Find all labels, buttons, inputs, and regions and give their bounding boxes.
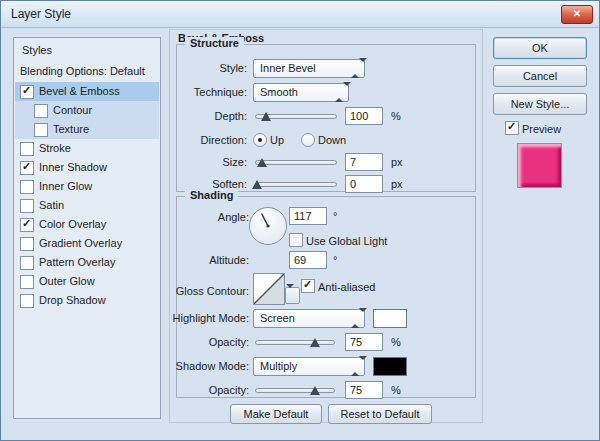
title-bar[interactable]: Layer Style ✕ (1, 1, 599, 28)
style-item-inner-shadow[interactable]: ✓ Inner Shadow (15, 158, 159, 177)
style-item-satin[interactable]: Satin (15, 196, 159, 215)
shadow-color-swatch[interactable] (373, 357, 407, 376)
checkbox-stroke[interactable] (20, 142, 34, 156)
style-item-gradient-overlay[interactable]: Gradient Overlay (15, 234, 159, 253)
checkbox-inner-shadow[interactable]: ✓ (20, 161, 34, 175)
style-item-pattern-overlay[interactable]: Pattern Overlay (15, 253, 159, 272)
style-item-texture[interactable]: Texture (15, 120, 159, 139)
soften-input[interactable] (345, 175, 383, 193)
checkbox-pattern-overlay[interactable] (20, 256, 34, 270)
use-global-light-checkbox[interactable] (289, 233, 303, 247)
angle-input[interactable] (289, 207, 327, 225)
style-item-stroke[interactable]: Stroke (15, 139, 159, 158)
make-default-button[interactable]: Make Default (230, 404, 322, 424)
style-item-bevel-emboss[interactable]: ✓ Bevel & Emboss (15, 82, 159, 101)
style-item-inner-glow[interactable]: Inner Glow (15, 177, 159, 196)
settings-panel: Bevel & Emboss Structure Style: Inner Be… (169, 29, 483, 423)
depth-slider[interactable] (255, 114, 337, 119)
style-item-color-overlay[interactable]: ✓ Color Overlay (15, 215, 159, 234)
checkbox-satin[interactable] (20, 199, 34, 213)
shading-group: Shading Angle: ° Use Global Light Altitu… (176, 196, 476, 398)
check-icon: ✓ (22, 217, 31, 229)
angle-dial[interactable] (249, 207, 287, 245)
checkbox-contour[interactable] (34, 104, 48, 118)
slider-thumb[interactable] (261, 112, 271, 121)
size-input[interactable] (345, 153, 383, 171)
style-item-outer-glow[interactable]: Outer Glow (15, 272, 159, 291)
checkbox-outer-glow[interactable] (20, 275, 34, 289)
chevron-down-icon (286, 284, 294, 300)
technique-select[interactable]: Smooth (253, 83, 349, 102)
slider-thumb[interactable] (252, 180, 262, 189)
gloss-contour-dropdown-button[interactable] (285, 287, 300, 304)
slider-thumb[interactable] (310, 338, 320, 347)
check-icon: ✓ (22, 160, 31, 172)
preview-checkbox[interactable]: ✓ (505, 121, 519, 135)
gloss-contour-thumbnail[interactable] (253, 273, 285, 305)
angle-dial-pointer (250, 208, 286, 244)
shading-legend: Shading (185, 189, 238, 201)
highlight-opacity-label: Opacity: (209, 336, 249, 348)
altitude-input[interactable] (289, 251, 327, 269)
check-icon: ✓ (507, 120, 516, 132)
checkbox-color-overlay[interactable]: ✓ (20, 218, 34, 232)
shadow-opacity-unit: % (391, 384, 401, 396)
style-item-drop-shadow[interactable]: Drop Shadow (15, 291, 159, 310)
chevron-updown-icon (351, 360, 362, 373)
anti-aliased-label: Anti-aliased (318, 281, 375, 293)
angle-unit: ° (333, 210, 337, 222)
checkbox-gradient-overlay[interactable] (20, 237, 34, 251)
soften-slider[interactable] (255, 182, 337, 187)
shadow-mode-select[interactable]: Multiply (253, 357, 365, 376)
depth-label: Depth: (215, 110, 247, 122)
reset-to-default-button[interactable]: Reset to Default (328, 404, 432, 424)
highlight-color-swatch[interactable] (373, 309, 407, 328)
checkbox-inner-glow[interactable] (20, 180, 34, 194)
size-slider[interactable] (255, 160, 337, 165)
new-style-button[interactable]: New Style... (493, 93, 587, 115)
style-item-blending-options[interactable]: Blending Options: Default (15, 62, 159, 81)
highlight-mode-label: Highlight Mode: (173, 312, 249, 324)
style-preview-swatch (517, 143, 562, 188)
soften-unit: px (391, 178, 403, 190)
chevron-updown-icon (351, 312, 362, 325)
check-icon: ✓ (22, 84, 31, 96)
window-title: Layer Style (11, 7, 71, 21)
chevron-updown-icon (351, 62, 362, 75)
angle-label: Angle: (218, 211, 249, 223)
check-icon: ✓ (303, 278, 312, 290)
anti-aliased-checkbox[interactable]: ✓ (301, 279, 315, 293)
size-label: Size: (223, 156, 247, 168)
slider-thumb[interactable] (257, 158, 267, 167)
highlight-mode-select[interactable]: Screen (253, 309, 365, 328)
direction-up-label: Up (270, 134, 284, 146)
altitude-label: Altitude: (209, 254, 249, 266)
highlight-opacity-input[interactable] (345, 333, 383, 351)
checkbox-bevel-emboss[interactable]: ✓ (20, 85, 34, 99)
checkbox-texture[interactable] (34, 123, 48, 137)
depth-unit: % (391, 110, 401, 122)
checkbox-drop-shadow[interactable] (20, 294, 34, 308)
shadow-opacity-slider[interactable] (255, 388, 335, 393)
highlight-opacity-slider[interactable] (255, 340, 335, 345)
direction-down-radio[interactable] (301, 133, 315, 147)
styles-panel: Styles Blending Options: Default ✓ Bevel… (13, 37, 161, 419)
shadow-mode-label: Shadow Mode: (176, 360, 249, 372)
direction-down-label: Down (318, 134, 346, 146)
use-global-light-label: Use Global Light (306, 235, 387, 247)
gloss-contour-label: Gloss Contour: (176, 285, 249, 297)
altitude-unit: ° (333, 254, 337, 266)
direction-label: Direction: (201, 134, 247, 146)
slider-thumb[interactable] (310, 386, 320, 395)
cancel-button[interactable]: Cancel (493, 65, 587, 87)
direction-up-radio[interactable] (253, 133, 267, 147)
shadow-opacity-input[interactable] (345, 381, 383, 399)
styles-header: Styles (22, 44, 52, 56)
close-button[interactable]: ✕ (561, 5, 593, 24)
ok-button[interactable]: OK (493, 37, 587, 59)
linear-contour-icon (254, 274, 284, 304)
style-select[interactable]: Inner Bevel (253, 59, 365, 78)
structure-legend: Structure (185, 37, 244, 49)
style-item-contour[interactable]: Contour (15, 101, 159, 120)
depth-input[interactable] (345, 107, 383, 125)
